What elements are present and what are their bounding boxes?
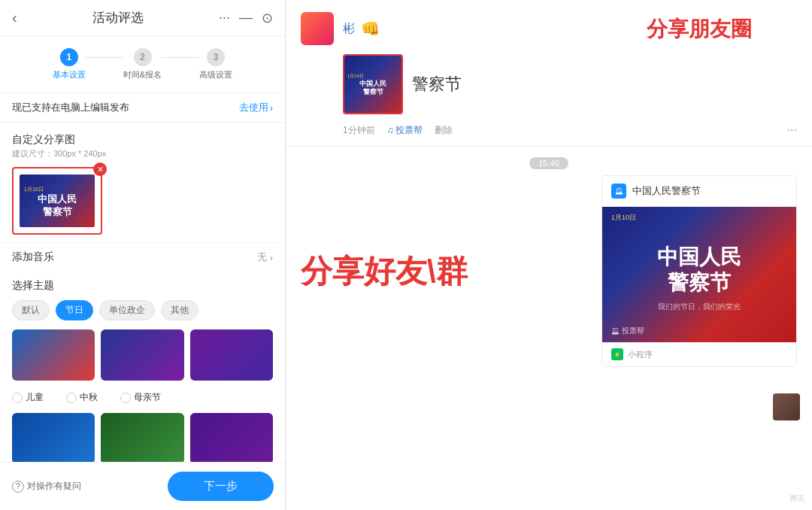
theme-card-3[interactable] <box>190 329 273 381</box>
right-panel: 分享朋友圈 彬 👊 1月10日 中国人民 警察节 <box>286 0 812 510</box>
divider <box>286 146 812 147</box>
theme-radio-child[interactable]: 儿童 <box>12 391 44 404</box>
theme-grid-row2 <box>12 413 273 464</box>
chat-card[interactable]: 🗳 中国人民警察节 1月10日 中国人民 警察节 我们的节日，我们的荣光 🗳 投… <box>601 175 797 367</box>
theme-radio-mothers[interactable]: 母亲节 <box>120 391 161 404</box>
post-thumb-title: 中国人民 警察节 <box>359 80 386 96</box>
post-area: 1月10日 中国人民 警察节 警察节 <box>286 54 812 123</box>
step-2-label: 时间&报名 <box>123 69 162 80</box>
theme-card-5[interactable] <box>101 413 183 464</box>
step-1-label: 基本设置 <box>53 69 86 80</box>
help-button[interactable]: ? 对操作有疑问 <box>12 480 81 493</box>
header-icons: ··· — ⊙ <box>219 10 273 26</box>
footer: ? 对操作有疑问 下一步 <box>0 462 286 510</box>
user-emoji: 👊 <box>361 20 380 38</box>
music-section: 添加音乐 无 › <box>0 242 285 272</box>
radio-child-circle <box>12 393 23 403</box>
share-img-title: 中国人民 警察节 <box>38 193 77 219</box>
more-icon[interactable]: ··· <box>219 10 230 26</box>
share-friend-area: 分享好友\群 🗳 中国人民警察节 1月10日 中国人民 警察节 我们的节日，我们… <box>286 175 812 367</box>
step-3-label: 高级设置 <box>199 69 232 80</box>
step-line-1 <box>86 57 123 58</box>
theme-tags: 默认 节日 单位政企 其他 <box>12 300 273 320</box>
share-image-box[interactable]: 1月10日 中国人民 警察节 ✕ <box>12 167 102 235</box>
theme-card-1[interactable] <box>12 329 95 381</box>
theme-tag-default[interactable]: 默认 <box>12 300 50 320</box>
post-title-text: 警察节 <box>412 73 462 96</box>
time-bubble-text: 15:40 <box>529 157 568 169</box>
post-thumbnail: 1月10日 中国人民 警察节 <box>343 54 403 114</box>
mini-label: 小程序 <box>628 349 653 360</box>
theme-tag-gov[interactable]: 单位政企 <box>99 300 155 320</box>
share-image-preview: 1月10日 中国人民 警察节 <box>20 175 95 227</box>
pc-banner-link[interactable]: 去使用 › <box>239 101 273 114</box>
step-1[interactable]: 1 基本设置 <box>53 48 86 80</box>
post-time: 1分钟前 <box>343 124 375 137</box>
card-img-main: 中国人民 警察节 <box>657 244 741 295</box>
share-image-title: 自定义分享图 <box>12 133 273 147</box>
close-icon[interactable]: ⊙ <box>262 10 273 26</box>
step-3-circle: 3 <box>207 48 225 66</box>
help-label: 对操作有疑问 <box>27 480 81 493</box>
app-title: 活动评选 <box>92 9 144 26</box>
theme-card-4[interactable] <box>12 413 95 464</box>
time-bubble: 15:40 <box>286 157 812 169</box>
share-image-remove[interactable]: ✕ <box>93 162 107 176</box>
share-image-hint: 建议尺寸：300px * 240px <box>12 148 273 159</box>
music-value[interactable]: 无 › <box>257 250 273 264</box>
step-2[interactable]: 2 时间&报名 <box>123 48 162 80</box>
theme-card-6[interactable] <box>190 413 273 464</box>
radio-midautumn-circle <box>66 393 77 403</box>
theme-radio-midautumn[interactable]: 中秋 <box>66 391 98 404</box>
card-img-date: 1月10日 <box>611 213 636 223</box>
post-content-right: 警察节 <box>412 54 462 114</box>
post-thumb-inner: 1月10日 中国人民 警察节 <box>344 56 401 113</box>
theme-radio-row: 儿童 中秋 母亲节 <box>12 388 273 407</box>
share-friend-label: 分享好友\群 <box>301 175 601 367</box>
card-img-logo: 🗳 投票帮 <box>611 326 644 336</box>
theme-tag-other[interactable]: 其他 <box>161 300 198 320</box>
card-img-sub: 我们的节日，我们的荣光 <box>658 302 741 312</box>
chat-card-footer: ⚡ 小程序 <box>602 342 796 366</box>
avatar <box>301 12 334 45</box>
next-button[interactable]: 下一步 <box>168 472 274 501</box>
chat-card-image: 1月10日 中国人民 警察节 我们的节日，我们的荣光 🗳 投票帮 <box>602 207 796 342</box>
share-circle-label: 分享朋友圈 <box>647 15 752 44</box>
username: 彬 <box>343 21 355 37</box>
step-3[interactable]: 3 高级设置 <box>199 48 232 80</box>
user-info: 彬 👊 <box>343 20 380 38</box>
mini-program-icon: ⚡ <box>611 348 623 360</box>
chat-card-header: 🗳 中国人民警察节 <box>602 176 796 207</box>
bottom-label: 腾讯 <box>789 493 804 504</box>
minimize-icon[interactable]: — <box>239 10 253 26</box>
theme-title: 选择主题 <box>12 279 273 293</box>
delete-action[interactable]: 删除 <box>435 124 453 137</box>
radio-mothers-circle <box>120 393 131 403</box>
right-avatar <box>773 393 800 420</box>
avatar-placeholder <box>301 12 334 45</box>
theme-card-2[interactable] <box>101 329 183 381</box>
step-2-circle: 2 <box>134 48 152 66</box>
vote-action[interactable]: ♫ 投票帮 <box>387 124 423 137</box>
chat-card-title: 中国人民警察节 <box>632 184 701 198</box>
post-meta: 1分钟前 ♫ 投票帮 删除 ··· <box>286 123 812 137</box>
back-icon[interactable]: ‹ <box>12 9 17 26</box>
app-header: ‹ 活动评选 ··· — ⊙ <box>0 0 285 36</box>
vote-icon: 🗳 <box>611 184 626 199</box>
steps: 1 基本设置 2 时间&报名 3 高级设置 <box>0 36 285 93</box>
pc-banner: 现已支持在电脑上编辑发布 去使用 › <box>0 93 285 123</box>
left-panel: ‹ 活动评选 ··· — ⊙ 1 基本设置 2 时间&报名 3 高级设置 现已支… <box>0 0 286 510</box>
mobile-area: 分享朋友圈 彬 👊 1月10日 中国人民 警察节 <box>286 0 812 510</box>
post-more-icon[interactable]: ··· <box>787 123 797 137</box>
step-1-circle: 1 <box>60 48 78 66</box>
theme-section: 选择主题 默认 节日 单位政企 其他 儿童 中秋 母亲节 <box>0 272 285 472</box>
music-label: 添加音乐 <box>12 250 54 264</box>
theme-tag-holiday[interactable]: 节日 <box>56 300 93 320</box>
post-thumb-date: 1月10日 <box>347 73 364 80</box>
theme-grid-row1 <box>12 329 273 381</box>
step-line-2 <box>162 57 199 58</box>
share-img-date: 1月10日 <box>24 186 44 193</box>
pc-banner-text: 现已支持在电脑上编辑发布 <box>12 101 129 114</box>
share-image-section: 自定义分享图 建议尺寸：300px * 240px 1月10日 中国人民 警察节… <box>0 123 285 242</box>
